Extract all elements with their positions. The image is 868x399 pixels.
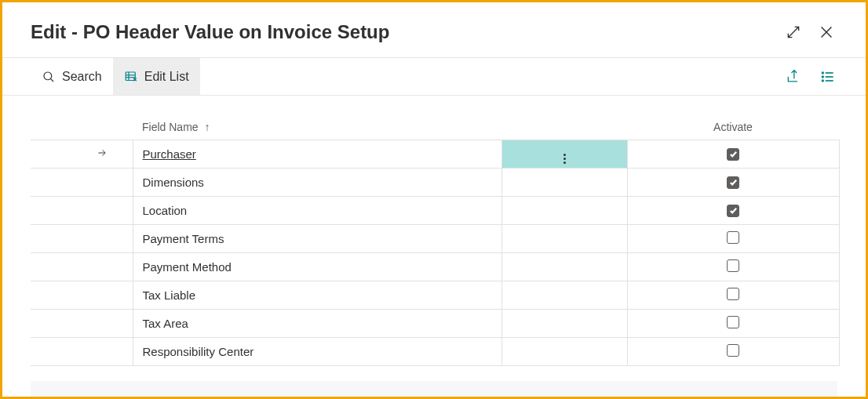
table-row[interactable]: Purchaser <box>31 140 839 169</box>
action-cell <box>501 169 627 197</box>
setup-table: Field Name ↑ Activate PurchaserDimension… <box>31 114 840 366</box>
page-title: Edit - PO Header Value on Invoice Setup <box>31 21 389 43</box>
row-indicator <box>31 338 133 366</box>
activate-cell <box>627 281 839 310</box>
svg-point-5 <box>822 72 824 74</box>
page-header: Edit - PO Header Value on Invoice Setup <box>2 2 866 58</box>
field-name-cell[interactable]: Location <box>133 197 501 225</box>
table-row[interactable]: Dimensions <box>31 169 839 197</box>
field-name-cell[interactable]: Payment Method <box>133 253 501 281</box>
activate-checkbox[interactable] <box>727 231 739 244</box>
action-cell <box>501 310 627 338</box>
field-name-cell[interactable]: Dimensions <box>133 169 501 197</box>
table-row[interactable]: Payment Method <box>31 253 839 281</box>
column-activate[interactable]: Activate <box>627 114 839 140</box>
content-area: Field Name ↑ Activate PurchaserDimension… <box>2 96 866 381</box>
svg-point-6 <box>822 76 824 78</box>
field-name-cell[interactable]: Purchaser <box>133 140 501 169</box>
row-indicator <box>31 169 133 197</box>
edit-list-icon <box>124 70 138 84</box>
search-icon <box>42 70 56 84</box>
action-cell <box>501 225 627 253</box>
field-name-label: Dimensions <box>143 176 204 189</box>
field-name-cell[interactable]: Payment Terms <box>133 225 501 253</box>
row-indicator <box>31 253 133 281</box>
edit-list-label: Edit List <box>144 70 189 84</box>
action-cell <box>501 281 627 310</box>
row-indicator <box>31 140 133 169</box>
action-cell <box>501 197 627 225</box>
row-indicator <box>31 197 133 225</box>
arrow-right-icon <box>95 147 109 158</box>
share-icon[interactable] <box>784 67 803 86</box>
table-row[interactable]: Responsibility Center <box>31 338 839 366</box>
sort-ascending-icon: ↑ <box>204 121 210 133</box>
more-actions-icon[interactable] <box>563 154 566 164</box>
expand-icon[interactable] <box>784 23 803 42</box>
activate-cell <box>627 197 839 225</box>
footer-spacer <box>31 381 837 397</box>
activate-cell <box>627 253 839 281</box>
table-row[interactable]: Location <box>31 197 839 225</box>
field-name-label: Tax Liable <box>143 288 196 302</box>
activate-checkbox[interactable] <box>727 288 739 300</box>
activate-cell <box>627 225 839 253</box>
activate-checkbox[interactable] <box>727 259 739 272</box>
activate-cell <box>627 169 839 197</box>
row-indicator <box>31 310 133 338</box>
field-name-label: Location <box>143 204 188 217</box>
list-view-icon[interactable] <box>819 67 837 86</box>
toolbar: Search Edit List <box>2 58 866 96</box>
column-field-name[interactable]: Field Name ↑ <box>133 114 501 140</box>
row-indicator <box>31 225 133 253</box>
field-name-cell[interactable]: Tax Liable <box>133 281 501 310</box>
table-row[interactable]: Tax Liable <box>31 281 839 310</box>
search-button[interactable]: Search <box>31 58 113 95</box>
activate-cell <box>627 140 839 169</box>
table-row[interactable]: Tax Area <box>31 310 839 338</box>
column-selector <box>31 114 133 140</box>
column-spacer <box>501 114 627 140</box>
field-name-cell[interactable]: Responsibility Center <box>133 338 501 366</box>
activate-checkbox[interactable] <box>727 176 739 189</box>
svg-point-7 <box>822 80 824 82</box>
activate-checkbox[interactable] <box>727 148 739 161</box>
table-row[interactable]: Payment Terms <box>31 225 839 253</box>
activate-cell <box>627 310 839 338</box>
svg-rect-1 <box>126 72 135 81</box>
activate-checkbox[interactable] <box>727 205 739 217</box>
row-indicator <box>31 281 133 310</box>
header-actions <box>784 23 836 42</box>
field-name-cell[interactable]: Tax Area <box>133 310 501 338</box>
field-name-label: Tax Area <box>143 317 188 330</box>
field-name-label: Payment Method <box>143 260 232 274</box>
action-cell <box>501 253 627 281</box>
field-name-label: Purchaser <box>143 147 196 161</box>
search-label: Search <box>62 70 102 84</box>
activate-checkbox[interactable] <box>727 316 739 328</box>
action-cell[interactable] <box>501 140 627 169</box>
svg-point-0 <box>44 72 52 80</box>
close-icon[interactable] <box>817 23 836 42</box>
activate-checkbox[interactable] <box>727 344 739 357</box>
action-cell <box>501 338 627 366</box>
field-name-label: Responsibility Center <box>143 345 254 358</box>
edit-list-button[interactable]: Edit List <box>113 58 200 95</box>
field-name-label: Payment Terms <box>143 232 224 245</box>
activate-cell <box>627 338 839 366</box>
